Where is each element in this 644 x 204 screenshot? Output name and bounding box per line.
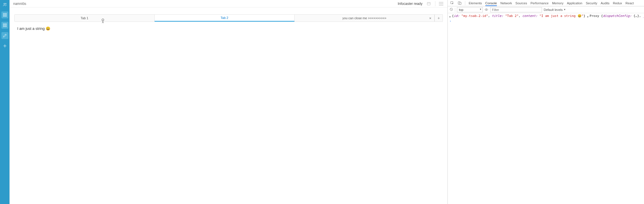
filter-input[interactable] (491, 7, 542, 12)
context-selector[interactable]: top (457, 7, 483, 12)
console-log-line[interactable]: ▶ {id: "my-tsab-2-id", title: "Tab 2", c… (448, 14, 644, 19)
svg-rect-8 (3, 26, 4, 27)
plus-icon[interactable] (1, 42, 8, 49)
devtools-tab-application[interactable]: Application (567, 0, 583, 6)
devtools-tab-redux[interactable]: Redux (613, 0, 622, 6)
page-title: namnlös (13, 2, 398, 6)
grid-icon-2[interactable] (1, 22, 8, 29)
status-text: Infocaster ready (398, 2, 422, 6)
divider (455, 8, 455, 12)
context-value: top (459, 8, 463, 11)
filter-input-wrapper (490, 7, 542, 12)
levels-label: Default levels (544, 8, 563, 11)
app-pane: namnlös Infocaster ready Tab 1 Tab 2 you… (9, 0, 447, 204)
chevron-down-icon: ▼ (564, 8, 566, 11)
left-rail (0, 0, 9, 204)
add-tab-button[interactable]: + (435, 15, 443, 22)
devtools-tab-console[interactable]: Console (485, 0, 497, 6)
menu-icon[interactable] (438, 1, 444, 6)
tab-content-text: I am just a string 😀 (17, 26, 50, 31)
svg-rect-4 (3, 15, 4, 16)
devtools-panel: Elements Console Network Sources Perform… (447, 0, 644, 204)
devtools-tab-audits[interactable]: Audits (601, 0, 610, 6)
tab-label: you can close me >>>>>>>>>> (343, 16, 387, 20)
tab-2[interactable]: Tab 2 (155, 15, 295, 22)
console-toolbar: top Default levels ▼ (448, 6, 644, 13)
svg-rect-14 (459, 2, 461, 5)
expand-caret-icon[interactable]: ▶ (587, 14, 589, 19)
svg-rect-10 (427, 2, 430, 5)
svg-rect-2 (3, 13, 4, 15)
window-icon[interactable] (426, 1, 432, 7)
svg-point-0 (3, 3, 5, 4)
svg-rect-5 (5, 15, 6, 16)
svg-point-1 (5, 3, 6, 4)
grid-icon-1[interactable] (1, 11, 8, 18)
clear-console-icon[interactable] (449, 7, 453, 12)
devtools-tabs: Elements Console Network Sources Perform… (448, 0, 644, 6)
devtools-tab-sources[interactable]: Sources (516, 0, 527, 6)
console-output: ▶ {id: "my-tsab-2-id", title: "Tab 2", c… (448, 13, 644, 204)
device-icon[interactable] (457, 1, 462, 5)
log-levels-selector[interactable]: Default levels ▼ (544, 8, 566, 11)
divider (465, 1, 465, 5)
devtools-tab-performance[interactable]: Performance (530, 0, 549, 6)
devtools-tab-network[interactable]: Network (500, 0, 512, 6)
svg-rect-6 (3, 24, 4, 25)
inspect-icon[interactable] (450, 1, 454, 5)
devtools-tab-elements[interactable]: Elements (469, 0, 482, 6)
pencil-icon[interactable] (1, 32, 8, 39)
title-bar: namnlös Infocaster ready (10, 0, 447, 7)
close-tab-icon[interactable]: × (428, 16, 432, 21)
content-zone: Tab 1 Tab 2 you can close me >>>>>>>>>> … (10, 7, 447, 204)
svg-point-16 (486, 9, 487, 10)
console-prompt[interactable]: › (448, 19, 644, 24)
svg-rect-7 (5, 24, 6, 25)
svg-rect-3 (5, 13, 6, 15)
devtools-tab-react[interactable]: React (626, 0, 634, 6)
divider (435, 1, 435, 6)
devtools-tab-security[interactable]: Security (586, 0, 597, 6)
devtools-tab-memory[interactable]: Memory (552, 0, 564, 6)
tab-3[interactable]: you can close me >>>>>>>>>> × (295, 15, 435, 22)
tab-body: I am just a string 😀 (14, 22, 443, 35)
tab-label: Tab 1 (81, 16, 89, 20)
tab-strip: Tab 1 Tab 2 you can close me >>>>>>>>>> … (14, 14, 443, 22)
live-expression-icon[interactable] (485, 8, 489, 12)
tab-label: Tab 2 (221, 16, 228, 20)
tab-1[interactable]: Tab 1 (15, 15, 155, 22)
people-icon[interactable] (1, 1, 8, 8)
expand-caret-icon[interactable]: ▶ (449, 14, 451, 19)
svg-rect-9 (5, 26, 6, 27)
